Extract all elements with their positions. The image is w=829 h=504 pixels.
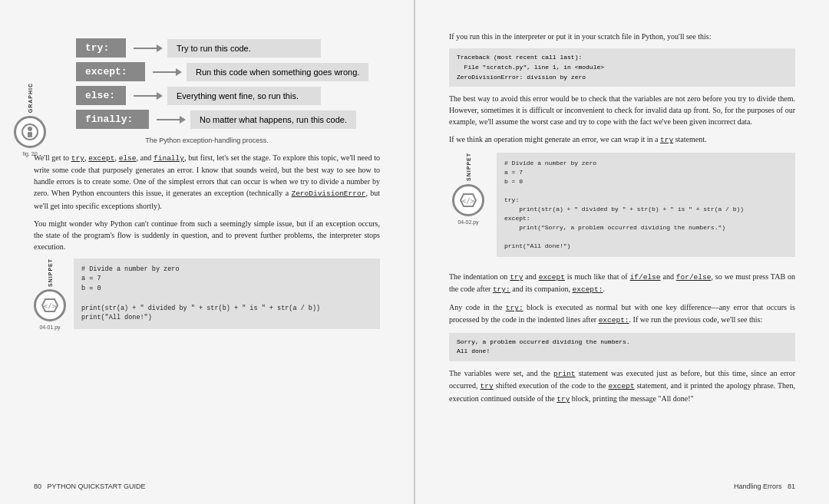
snippet-badge-left: SNIPPET </> 04-01.py <box>34 259 66 331</box>
right-body-5: The variables were set, and the print st… <box>449 367 795 405</box>
graphic-label: GRAPHIC <box>28 83 33 113</box>
code-block-right: # Divide a number by zero a = 7 b = 0 tr… <box>497 153 795 257</box>
code-zerodiv: ZeroDivisionError <box>291 189 365 198</box>
page-number-left: 80 PYTHON QUICKSTART GUIDE <box>34 483 146 490</box>
snippet-label-right: SNIPPET <box>466 153 471 181</box>
arrow-else: Everything went fine, so run this. <box>134 87 321 105</box>
right-body-2: If we think an operation might generate … <box>449 133 795 146</box>
svg-point-1 <box>28 127 32 131</box>
code-print: print <box>553 370 576 378</box>
arrow-except: Run this code when something goes wrong. <box>153 63 368 81</box>
keyword-except: except: <box>76 62 145 81</box>
right-body-1: The best way to avoid this error would b… <box>449 93 795 127</box>
diagram-row-except: except: Run this code when something goe… <box>76 62 380 81</box>
code-try: try <box>71 154 84 163</box>
code-try-indent: try <box>510 273 523 282</box>
snippet-icon-right: </> <box>452 184 484 216</box>
body-paragraph-2: You might wonder why Python can't contin… <box>34 218 380 252</box>
arrow-finally: No matter what happens, run this code. <box>157 110 356 129</box>
snippet-icon-left: </> <box>34 289 66 321</box>
page-subtitle-right: Handling Errors <box>734 483 782 490</box>
code-ifelse: if/else <box>630 273 661 282</box>
snippet-label-left: SNIPPET <box>48 259 53 287</box>
keyword-finally: finally: <box>76 110 149 129</box>
left-page: GRAPHIC fig. 20 try: Try to run this cod… <box>0 0 415 504</box>
intro-text: If you run this in the interpreter or pu… <box>449 31 795 42</box>
code-try-right: try <box>660 136 673 144</box>
code-try-block: try: <box>506 304 523 312</box>
page-num-right: 81 <box>788 483 795 490</box>
desc-finally: No matter what happens, run this code. <box>190 110 356 129</box>
right-body-4: Any code in the try: block is executed a… <box>449 301 795 327</box>
exception-diagram: try: Try to run this code. except: Run t… <box>76 38 380 129</box>
snippet-filename-right: 04-02.py <box>457 219 478 225</box>
traceback-block: Traceback (most recent call last): File … <box>449 48 795 87</box>
page-number-right: Handling Errors 81 <box>734 483 795 490</box>
code-finally: finally <box>154 154 184 163</box>
snippet-section-right: SNIPPET </> 04-02.py # Divide a number b… <box>449 153 795 263</box>
svg-text:</>: </> <box>462 197 475 205</box>
svg-text:</>: </> <box>44 302 57 310</box>
code-try-outside: try <box>557 395 570 404</box>
code-try-colon: try: <box>493 285 510 294</box>
keyword-try: try: <box>76 38 126 58</box>
svg-rect-2 <box>28 132 32 137</box>
code-try-shift: try <box>481 382 494 390</box>
diagram-row-else: else: Everything went fine, so run this. <box>76 86 380 105</box>
diagram-row-finally: finally: No matter what happens, run thi… <box>76 110 380 129</box>
desc-try: Try to run this code. <box>167 39 321 58</box>
right-page: If you run this in the interpreter or pu… <box>415 0 829 504</box>
desc-else: Everything went fine, so run this. <box>167 87 321 105</box>
code-except-block: except: <box>599 316 629 324</box>
snippet-filename-left: 04-01.py <box>39 324 60 330</box>
desc-except: Run this code when something goes wrong. <box>187 63 368 81</box>
diagram-caption: The Python exception-handling process. <box>34 137 380 144</box>
snippet-badge-right: SNIPPET </> 04-02.py <box>449 153 487 225</box>
body-paragraph-1: We'll get to try, except, else, and fina… <box>34 152 380 212</box>
code-except-indent: except <box>539 273 565 282</box>
code-except: except <box>88 154 114 163</box>
arrow-try: Try to run this code. <box>134 39 321 58</box>
page-subtitle-left: PYTHON QUICKSTART GUIDE <box>48 483 146 490</box>
diagram-row-try: try: Try to run this code. <box>76 38 380 58</box>
code-except-shift: except <box>608 382 634 390</box>
keyword-else: else: <box>76 86 126 105</box>
code-forelse: for/else <box>676 273 712 282</box>
page-num-left: 80 <box>34 483 41 490</box>
graphic-badge: GRAPHIC fig. 20 <box>14 83 46 156</box>
right-body-3: The indentation on try and except is muc… <box>449 271 795 296</box>
output-block-right: Sorry, a problem occurred dividing the n… <box>449 333 795 362</box>
graphic-fig: fig. 20 <box>22 151 37 156</box>
code-else: else <box>119 154 137 163</box>
graphic-icon <box>14 116 46 148</box>
code-block-left: # Divide a number by zero a = 7 b = 0 pr… <box>74 259 380 330</box>
code-except-colon: except: <box>573 285 603 294</box>
